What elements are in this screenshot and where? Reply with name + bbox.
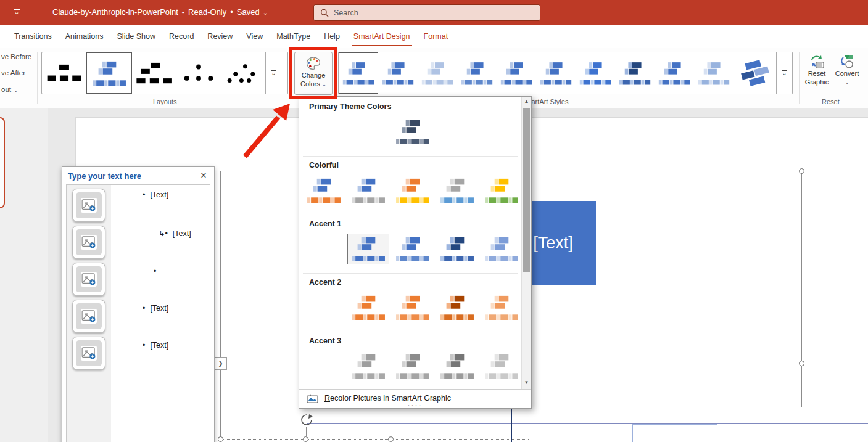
smartart-shape-outline[interactable] [632,424,717,442]
move-before-button[interactable]: ve Before [1,53,31,60]
shape-handle-left[interactable] [218,436,223,442]
color-option-accent1-4[interactable] [436,234,478,264]
style-option-3[interactable] [418,52,457,94]
annotation-highlight-rectangle [289,47,337,99]
layout-option-5[interactable] [221,52,265,94]
scrollbar-thumb[interactable] [523,108,530,272]
color-option-colorful-2[interactable] [347,175,389,206]
style-option-8[interactable] [615,52,655,94]
styles-gallery-more-button[interactable]: ⌄ [776,52,792,94]
dropdown-resize-grip[interactable]: ···· [299,402,531,408]
selected-slide-thumbnail[interactable] [0,117,5,208]
text-item-1[interactable]: •[Text] [143,190,168,199]
powerpoint-window: ⌄ Claude-by-Anthropic-in-PowerPoint-Read… [0,0,868,442]
search-box[interactable] [313,4,540,21]
color-option-accent3-4[interactable] [436,351,478,382]
rotation-handle-icon[interactable] [300,414,313,426]
layout-option-2-selected[interactable] [86,52,132,94]
layouts-group-label: Layouts [153,98,177,105]
selection-handle-middle-right[interactable] [799,361,804,366]
text-pane-collapse-button[interactable]: ❯ [214,357,227,370]
tab-view[interactable]: View [239,26,270,47]
section-divider [303,273,518,274]
shape-handle-middle[interactable] [303,436,308,442]
style-option-1-selected[interactable] [339,52,378,94]
color-option-accent2-4[interactable] [436,292,478,323]
color-option-primary-1[interactable] [303,117,345,147]
style-option-7[interactable] [576,52,615,94]
reset-graphic-button[interactable]: Reset Graphic [803,52,831,86]
tab-smartart-design[interactable]: SmartArt Design [347,26,417,47]
change-colors-dropdown: Primary Theme Colors Colorful Accent 1 A… [299,96,532,409]
move-after-button[interactable]: ve After [1,69,25,76]
tab-help[interactable]: Help [317,26,347,47]
color-option-accent3-3[interactable] [392,351,434,382]
colorful-row [303,175,525,206]
color-option-primary-3[interactable] [392,117,434,147]
dropdown-scrollbar[interactable]: ▲ ▼ [521,97,531,389]
color-option-accent1-5[interactable] [481,234,523,264]
color-option-accent2-1[interactable] [303,292,345,323]
style-option-9[interactable] [655,52,694,94]
tab-animations[interactable]: Animations [59,26,110,47]
insert-picture-button-2[interactable] [72,226,105,259]
section-divider [303,156,518,157]
color-option-accent1-3[interactable] [392,234,434,264]
text-item-2[interactable]: ↳•[Text] [159,229,191,238]
text-item-4[interactable]: •[Text] [143,304,168,313]
insert-picture-button-1[interactable] [72,189,105,222]
layout-option-3[interactable] [132,52,176,94]
insert-picture-button-4[interactable] [72,300,105,333]
scroll-up-icon[interactable]: ▲ [522,97,531,107]
color-option-accent2-3[interactable] [392,292,434,323]
tab-record[interactable]: Record [162,26,200,47]
color-option-accent1-1[interactable] [303,234,345,264]
style-option-11-3d[interactable] [734,52,776,94]
style-option-2[interactable] [378,52,418,94]
style-option-6[interactable] [536,52,576,94]
search-input[interactable] [334,9,519,17]
layouts-gallery-more-button[interactable]: ⌄ [265,52,281,94]
search-icon [320,9,329,17]
layout-button[interactable]: out⌄ [1,86,19,93]
color-option-accent2-2[interactable] [347,292,389,323]
close-icon[interactable]: ✕ [198,170,209,181]
color-option-accent3-1[interactable] [303,351,345,382]
color-option-colorful-5[interactable] [481,175,523,206]
tab-format[interactable]: Format [417,26,455,47]
color-option-accent3-5[interactable] [481,351,523,382]
selection-handle-top-right[interactable] [799,168,804,174]
tab-transitions[interactable]: Transitions [7,26,59,47]
save-status[interactable]: Saved [237,7,260,17]
indent-arrow-icon: ↳• [159,229,168,238]
color-option-primary-2[interactable] [347,117,389,147]
layout-option-4[interactable] [176,52,221,94]
color-option-colorful-3[interactable] [392,175,434,206]
color-option-colorful-1[interactable] [303,175,345,206]
style-option-5[interactable] [497,52,536,94]
color-option-accent3-2[interactable] [347,351,389,382]
reset-graphic-icon [809,54,824,69]
tab-slide-show[interactable]: Slide Show [110,26,163,47]
layouts-gallery: ⌄ [41,52,288,94]
tab-mathtype[interactable]: MathType [270,26,317,47]
text-item-3-selected[interactable]: • [154,267,161,276]
shape-handle-right[interactable] [388,436,394,442]
text-item-5[interactable]: •[Text] [143,341,168,350]
color-option-colorful-4[interactable] [436,175,478,206]
save-status-chevron-icon[interactable]: ⌄ [263,9,268,16]
ribbon-display-options-icon[interactable]: ⌄ [12,8,21,17]
scroll-down-icon[interactable]: ▼ [522,378,531,388]
slide-thumbnail-panel[interactable] [0,108,48,442]
color-option-accent2-5[interactable] [481,292,523,323]
style-option-4[interactable] [457,52,497,94]
color-option-accent1-2-selected[interactable] [347,234,389,264]
layout-option-1[interactable] [42,52,86,94]
style-option-10[interactable] [694,52,734,94]
tab-review[interactable]: Review [200,26,239,47]
readonly-label: Read-Only [188,7,226,17]
convert-button[interactable]: Convert ⌄ [833,52,861,86]
bullet-icon: • [154,267,156,276]
insert-picture-button-5[interactable] [72,337,105,370]
insert-picture-button-3[interactable] [72,263,105,296]
